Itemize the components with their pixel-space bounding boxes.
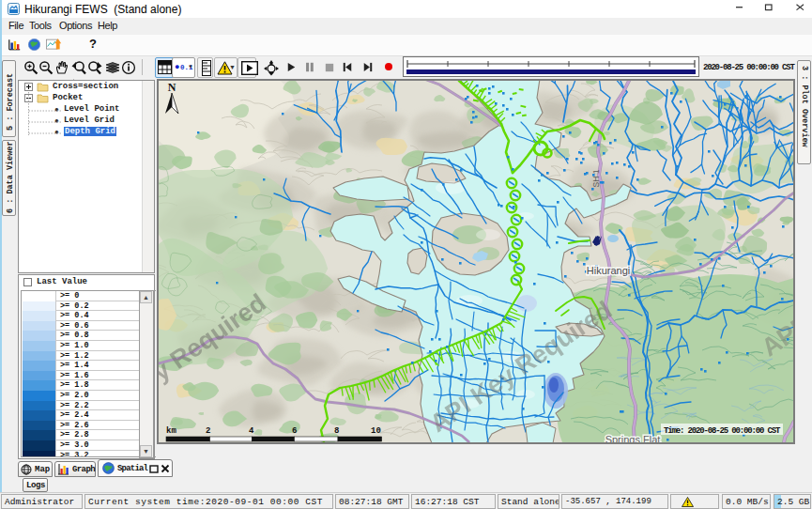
svg-text:N: N xyxy=(168,81,176,94)
svg-text:Hikurangi: Hikurangi xyxy=(587,265,630,276)
svg-text:10: 10 xyxy=(371,426,381,436)
svg-text:2: 2 xyxy=(206,426,210,436)
svg-text:Springs Flat: Springs Flat xyxy=(605,434,661,442)
svg-text:4: 4 xyxy=(249,426,254,436)
svg-text:SH 1: SH 1 xyxy=(591,169,601,187)
svg-text:8: 8 xyxy=(334,426,339,436)
svg-text:Time: 2020-08-25 00:00:00 CST: Time: 2020-08-25 00:00:00 CST xyxy=(664,426,781,436)
svg-text:km: km xyxy=(166,426,176,436)
svg-text:6: 6 xyxy=(292,426,297,436)
